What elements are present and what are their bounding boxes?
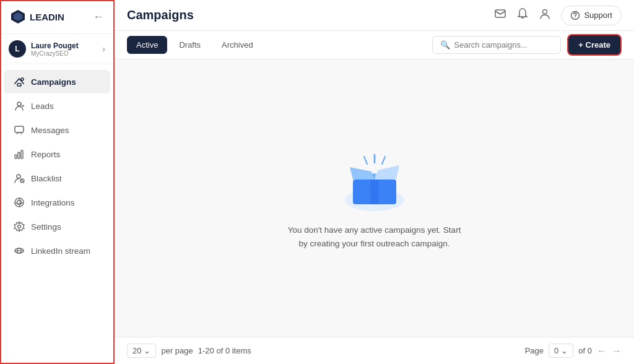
page-value: 0 [554,346,558,355]
sidebar-item-label: Blacklist [31,174,62,183]
footer-right: Page 0 ⌄ of 0 ← → [525,344,622,358]
avatar: L [9,40,26,58]
svg-line-11 [21,180,24,182]
sub-header: Active Drafts Archived 🔍 + Create [115,31,634,59]
user-details: Laure Pouget MyCrazySEO [31,41,79,57]
search-input[interactable] [454,40,553,50]
chevron-down-icon: ⌄ [561,346,568,355]
create-button[interactable]: + Create [567,34,622,56]
footer-left: 20 ⌄ per page 1-20 of 0 items [127,344,251,358]
of-pages-label: of 0 [578,346,592,355]
sidebar-item-reports[interactable]: Reports [4,142,110,166]
sidebar-item-label: Campaigns [31,77,76,87]
svg-rect-5 [15,126,24,132]
svg-rect-27 [370,180,379,204]
svg-point-19 [543,10,547,14]
logo-icon [10,9,26,25]
sidebar-item-label: Leads [31,102,54,111]
logo-text: LEADIN [30,12,64,22]
chevron-down-icon: ⌄ [144,346,150,355]
page-title-area: Campaigns [127,8,194,22]
page-label: Page [525,346,544,355]
tab-active[interactable]: Active [127,36,167,54]
sidebar-item-linkedin-stream[interactable]: LinkedIn stream [4,239,110,262]
support-button[interactable]: Support [561,6,622,25]
logo: LEADIN [10,9,64,25]
svg-rect-2 [17,84,21,86]
per-page-label: per page [161,346,193,355]
sidebar-item-label: Messages [31,126,69,135]
svg-point-13 [15,198,24,207]
sidebar-item-label: LinkedIn stream [31,246,90,256]
svg-rect-6 [15,155,17,158]
sidebar-item-leads[interactable]: Leads [4,94,110,118]
empty-state-text: You don't have any active campaigns yet.… [288,223,461,250]
linkedin-stream-icon [14,245,25,256]
sidebar-logo-area: LEADIN ← [0,0,114,34]
integrations-icon [14,197,25,208]
svg-point-14 [18,225,21,228]
per-page-select[interactable]: 20 ⌄ [127,344,156,358]
bell-icon[interactable] [516,7,529,23]
page-select[interactable]: 0 ⌄ [549,344,573,358]
reports-icon [14,149,25,160]
search-box[interactable]: 🔍 [432,36,561,54]
range-text: 1-20 of 0 items [198,346,251,355]
sidebar-item-label: Reports [31,150,60,159]
sidebar-item-messages[interactable]: Messages [4,118,110,142]
empty-state-illustration [337,145,412,214]
sub-header-right: 🔍 + Create [432,34,622,56]
svg-line-25 [364,157,367,164]
next-page-button[interactable]: → [612,345,622,357]
content-area: You don't have any active campaigns yet.… [115,59,634,337]
search-icon: 🔍 [440,40,450,50]
sidebar-nav: Campaigns Leads [0,64,114,364]
user-profile-area[interactable]: L Laure Pouget MyCrazySEO › [0,34,114,64]
page-title: Campaigns [127,8,194,22]
chevron-right-icon: › [102,44,105,54]
sidebar-item-label: Integrations [31,198,75,207]
blacklist-icon [14,173,25,184]
svg-point-21 [575,17,576,17]
user-subtitle: MyCrazySEO [31,50,79,57]
sidebar-item-integrations[interactable]: Integrations [4,191,110,214]
email-icon[interactable] [494,7,506,23]
svg-point-3 [21,78,24,80]
svg-rect-18 [495,10,505,17]
sidebar-item-blacklist[interactable]: Blacklist [4,167,110,190]
svg-rect-8 [21,150,23,158]
tab-archived[interactable]: Archived [212,36,263,54]
user-icon[interactable] [539,7,551,23]
prev-page-button[interactable]: ← [597,345,607,357]
header-actions: Support [494,6,622,25]
footer: 20 ⌄ per page 1-20 of 0 items Page 0 ⌄ o… [115,337,634,364]
tab-drafts[interactable]: Drafts [170,36,210,54]
leads-icon [14,100,25,111]
per-page-value: 20 [132,346,141,355]
top-header: Campaigns [115,0,634,31]
sidebar-item-label: Settings [31,222,61,232]
svg-point-4 [17,102,21,106]
support-label: Support [584,11,612,20]
svg-point-9 [17,175,20,178]
settings-icon [14,221,25,232]
empty-state: You don't have any active campaigns yet.… [288,145,461,250]
back-button[interactable]: ← [93,11,104,24]
sidebar-item-settings[interactable]: Settings [4,215,110,238]
campaigns-icon [14,76,25,87]
user-info: L Laure Pouget MyCrazySEO [9,40,79,58]
sidebar-item-campaigns[interactable]: Campaigns [4,70,110,93]
main-content: Campaigns [115,0,634,364]
sidebar: LEADIN ← L Laure Pouget MyCrazySEO › [0,0,115,364]
user-name: Laure Pouget [31,41,79,50]
svg-rect-7 [18,152,20,158]
tabs: Active Drafts Archived [127,36,263,54]
messages-icon [14,124,25,136]
svg-line-26 [382,157,385,164]
